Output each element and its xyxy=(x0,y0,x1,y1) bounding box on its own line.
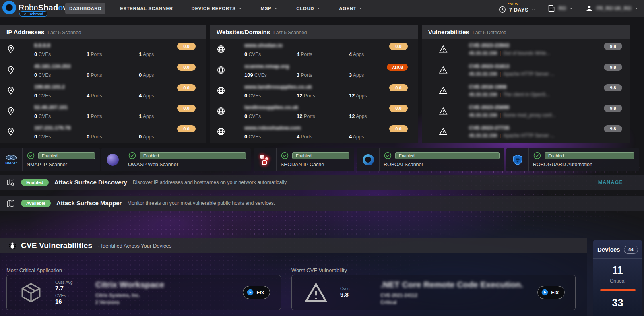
scanner-name: SHODAN IP Cache xyxy=(281,162,349,167)
check-circle-icon xyxy=(27,151,35,160)
website-row[interactable]: www.landtrosupplies.co.uk 0 CVEs12 Ports… xyxy=(210,81,418,101)
gear-icon xyxy=(23,12,27,16)
status-bar: Enabled xyxy=(38,152,95,159)
status-bar: Enabled xyxy=(292,152,349,159)
nav-item-device-reports[interactable]: DEVICE REPORTS xyxy=(188,3,246,14)
cve-severity: Critical xyxy=(380,299,537,305)
chevron-down-icon xyxy=(634,6,638,10)
devices-label: Devices xyxy=(597,246,620,253)
user-menu[interactable]: FR_RO UK_RO xyxy=(585,4,638,12)
fix-cve-button[interactable]: Fix xyxy=(537,286,565,299)
nav-item-cloud[interactable]: CLOUD xyxy=(292,3,324,14)
websites-header: Websites/Domains Last 5 Scanned xyxy=(210,25,418,39)
nav-item-agent[interactable]: AGENT xyxy=(335,3,367,14)
check-circle-icon xyxy=(128,151,136,160)
organisation-name: RO xyxy=(559,6,566,11)
fix-application-button[interactable]: Fix xyxy=(243,286,270,299)
risk-score-badge: 0.0 xyxy=(177,105,196,112)
scanner-card-roboai[interactable]: Enabled ROBOAI Scanner xyxy=(357,148,504,171)
scanner-name: ROBOAI Scanner xyxy=(384,162,500,167)
new-badge: *NEW xyxy=(508,2,519,6)
ip-addresses-panel: IP Addresses Last 5 Scanned 8.8.8.8 0 CV… xyxy=(0,25,206,143)
main-nav: DASHBOARD EXTERNAL SCANNER DEVICE REPORT… xyxy=(65,0,367,17)
time-period-selector[interactable]: *NEW 7 DAYS xyxy=(498,3,535,14)
devices-summary-panel: Devices 44 11 Critical 33 xyxy=(593,240,642,316)
website-row[interactable]: landtrosupplies.co.uk 0 CVEs12 Ports12 A… xyxy=(210,101,418,122)
building-icon xyxy=(547,4,555,12)
chevron-down-icon xyxy=(569,6,573,10)
scanner-card-nmap[interactable]: NMAP Enabled NMAP IP Scanner xyxy=(0,148,100,171)
manage-link[interactable]: MANAGE xyxy=(598,180,623,185)
cve-name: .NET Core Remote Code Execution. xyxy=(380,280,537,289)
feature-description: Monitor threats on your most vulnerable … xyxy=(127,200,275,206)
map-search-icon xyxy=(6,178,15,187)
scanner-card-shodan[interactable]: Enabled SHODAN IP Cache xyxy=(254,148,354,171)
vulnerability-row[interactable]: CVE-2023-27735 45.33.32.156|Apache HTTP … xyxy=(422,122,630,142)
nmap-logo-icon: NMAP xyxy=(0,148,23,171)
cvss-label: Cvss xyxy=(340,286,380,291)
nav-item-msp[interactable]: MSP xyxy=(257,3,282,14)
risk-score-badge: 0.0 xyxy=(177,43,196,50)
organisation-selector[interactable]: RO xyxy=(547,4,573,12)
play-circle-icon xyxy=(541,289,548,296)
status-pill: Enabled xyxy=(21,179,49,186)
ip-row[interactable]: 167.231.179.78 0 CVEs0 Ports0 Apps 0.0 xyxy=(0,122,206,142)
warning-triangle-icon xyxy=(439,45,448,54)
vulnerability-row[interactable]: CVE-2023-23943 45.33.32.156|Out of bound… xyxy=(422,39,630,60)
location-pin-icon xyxy=(6,66,15,74)
scanner-card-owasp[interactable]: Enabled OWASP Web Scanner xyxy=(101,148,251,171)
website-row[interactable]: www.roboshadow.com 0 CVEs4 Ports4 Apps 0… xyxy=(210,122,418,142)
clock-icon xyxy=(498,6,506,14)
cves-value: 16 xyxy=(55,298,95,305)
roboguard-logo-icon xyxy=(506,148,529,171)
vulnerability-row[interactable]: CVE-2023-31813 45.33.32.156|Apache HTTP … xyxy=(422,60,630,81)
ip-row[interactable]: 8.8.8.8 0 CVEs1 Ports1 Apps 0.0 xyxy=(0,39,206,60)
user-name: FR_RO UK_RO xyxy=(597,6,631,11)
risk-score-badge: 0.0 xyxy=(177,84,196,91)
ip-row[interactable]: 45.181.134.253 0 CVEs0 Ports0 Apps 0.0 xyxy=(0,60,206,81)
panel-subtitle: Last 5 Detected xyxy=(473,30,506,35)
nav-item-external-scanner[interactable]: EXTERNAL SCANNER xyxy=(116,3,177,14)
scanner-name: ROBOGUARD Automation xyxy=(533,162,634,167)
critical-label: Critical xyxy=(593,278,642,284)
cvss-score-badge: 9.8 xyxy=(604,125,622,132)
feature-title: Attack Surface Discovery xyxy=(54,179,127,186)
ip-row[interactable]: 199.60.103.2 0 CVEs4 Ports4 Apps 0.0 xyxy=(0,81,206,101)
globe-icon xyxy=(217,86,225,95)
rebrand-button[interactable]: Rebrand xyxy=(19,11,47,17)
warning-triangle-icon xyxy=(439,66,448,74)
status-pill: Available xyxy=(21,200,51,207)
status-bar: Enabled xyxy=(545,152,634,159)
worst-cve-card: Cvss 9.8 .NET Core Remote Code Execution… xyxy=(291,275,576,310)
nav-right-cluster: *NEW 7 DAYS RO FR_RO UK_RO xyxy=(498,0,638,17)
chevron-down-icon xyxy=(359,6,363,10)
bug-icon xyxy=(8,241,17,250)
roboshadow-dashboard: RoboShadow Rebrand DASHBOARD EXTERNAL SC… xyxy=(0,0,644,316)
scanner-card-roboguard[interactable]: Enabled ROBOGUARD Automation xyxy=(506,148,639,171)
critical-divider xyxy=(600,289,636,291)
ip-row[interactable]: 52.49.207.101 0 CVEs1 Ports1 Apps 0.0 xyxy=(0,101,206,122)
cvss-score-badge: 9.8 xyxy=(604,105,622,112)
cve-id: CVE-2021-24112 xyxy=(380,293,537,298)
globe-icon xyxy=(217,66,225,74)
vulnerability-row[interactable]: CVE-2016-1908 45.33.32.156|The client in… xyxy=(422,81,630,101)
check-circle-icon xyxy=(281,151,289,160)
risk-score-badge: 0.0 xyxy=(177,125,196,132)
nav-item-dashboard[interactable]: DASHBOARD xyxy=(65,3,105,14)
ip-rows: 8.8.8.8 0 CVEs1 Ports1 Apps 0.0 45.181.1… xyxy=(0,39,206,142)
website-row[interactable]: scanme.nmap.org 109 CVEs3 Ports3 Apps 71… xyxy=(210,60,418,81)
panel-title: IP Addresses xyxy=(6,29,44,35)
website-row[interactable]: www.shodan.io 0 CVEs4 Ports4 Apps 0.0 xyxy=(210,39,418,60)
location-pin-icon xyxy=(6,107,15,116)
status-bar: Enabled xyxy=(140,152,246,159)
vulnerability-rows: CVE-2023-23943 45.33.32.156|Out of bound… xyxy=(422,39,630,142)
risk-score-badge: 0.0 xyxy=(389,84,408,91)
risk-score-badge: 0.0 xyxy=(177,64,196,71)
scanner-name: OWASP Web Scanner xyxy=(128,162,246,167)
cvss-value: 9.8 xyxy=(340,291,380,298)
user-icon xyxy=(585,4,593,12)
check-circle-icon xyxy=(533,151,541,160)
vulnerability-row[interactable]: CVE-2023-25690 45.33.32.156|Some mod_pro… xyxy=(422,101,630,122)
roboshadow-logo-icon xyxy=(2,1,16,14)
worst-cve-label: Worst CVE Vulnerability xyxy=(291,267,347,273)
